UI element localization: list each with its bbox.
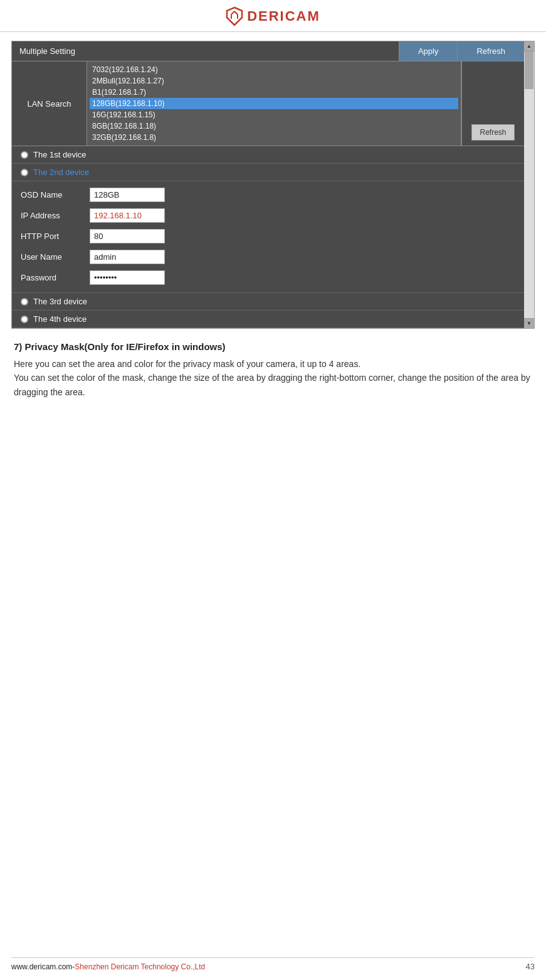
lan-search-section: LAN Search 7032(192.168.1.24) 2MBull(192… bbox=[12, 61, 524, 146]
device-row-4th[interactable]: The 4th device bbox=[12, 311, 524, 328]
panel-scrollbar: ▲ ▼ bbox=[524, 41, 534, 328]
logo-text: DERICAM bbox=[247, 8, 320, 24]
panel-header: Multiple Setting Apply Refresh bbox=[12, 41, 524, 61]
form-row-http: HTTP Port bbox=[12, 226, 524, 246]
scrollbar-track[interactable] bbox=[524, 51, 534, 318]
list-item[interactable]: 2MBull(192.168.1.27) bbox=[90, 75, 458, 87]
scrollbar-down-arrow[interactable]: ▼ bbox=[524, 318, 534, 328]
description-section: 7) Privacy Mask(Only for IE/Firefox in w… bbox=[11, 341, 535, 399]
ip-address-input[interactable] bbox=[90, 208, 165, 223]
list-item[interactable]: 16G(192.168.1.15) bbox=[90, 109, 458, 120]
description-paragraph-2: You can set the color of the mask, chang… bbox=[14, 371, 532, 399]
radio-3rd[interactable] bbox=[21, 298, 28, 306]
dericam-logo-icon bbox=[226, 6, 243, 26]
top-device-rows: The 1st device The 2nd device bbox=[12, 146, 524, 181]
device-row-1st[interactable]: The 1st device bbox=[12, 146, 524, 164]
list-item-selected[interactable]: 128GB(192.168.1.10) bbox=[90, 98, 458, 109]
list-item[interactable]: 7032(192.168.1.24) bbox=[90, 64, 458, 75]
form-section: OSD Name IP Address HTTP Port User Name … bbox=[12, 181, 524, 292]
scrollbar-up-arrow[interactable]: ▲ bbox=[524, 41, 534, 51]
scrollbar-thumb[interactable] bbox=[525, 51, 533, 89]
apply-button[interactable]: Apply bbox=[399, 41, 458, 61]
list-item[interactable]: 32GB(192.168.1.8) bbox=[90, 132, 458, 143]
form-row-username: User Name bbox=[12, 247, 524, 267]
page-footer: www.dericam.com-Shenzhen Dericam Technol… bbox=[11, 957, 535, 971]
form-row-ip: IP Address bbox=[12, 206, 524, 225]
radio-2nd[interactable] bbox=[21, 169, 28, 176]
refresh-side-button[interactable]: Refresh bbox=[471, 124, 514, 141]
ip-address-label: IP Address bbox=[21, 211, 90, 220]
password-input[interactable] bbox=[90, 270, 165, 285]
form-row-password: Password bbox=[12, 268, 524, 287]
footer-company: Shenzhen Dericam Technology Co.,Ltd bbox=[75, 962, 205, 971]
device-list: 7032(192.168.1.24) 2MBull(192.168.1.27) … bbox=[90, 64, 458, 143]
device-row-3rd-label: The 3rd device bbox=[33, 297, 87, 306]
user-name-input[interactable] bbox=[90, 250, 165, 264]
bottom-device-rows: The 3rd device The 4th device bbox=[12, 292, 524, 328]
device-row-3rd[interactable]: The 3rd device bbox=[12, 293, 524, 311]
footer-left: www.dericam.com-Shenzhen Dericam Technol… bbox=[11, 962, 205, 971]
svg-line-2 bbox=[234, 11, 238, 14]
multiple-setting-panel: Multiple Setting Apply Refresh LAN Searc… bbox=[11, 41, 535, 329]
device-row-4th-label: The 4th device bbox=[33, 314, 87, 324]
radio-1st[interactable] bbox=[21, 151, 28, 159]
main-content: Multiple Setting Apply Refresh LAN Searc… bbox=[0, 32, 546, 412]
device-list-container[interactable]: 7032(192.168.1.24) 2MBull(192.168.1.27) … bbox=[87, 61, 461, 146]
list-item[interactable]: B1(192.168.1.7) bbox=[90, 87, 458, 98]
http-port-label: HTTP Port bbox=[21, 232, 90, 241]
description-paragraph-1: Here you can set the area and color for … bbox=[14, 357, 532, 371]
password-label: Password bbox=[21, 273, 90, 282]
footer-page-number: 43 bbox=[526, 962, 535, 971]
form-row-osd: OSD Name bbox=[12, 185, 524, 205]
user-name-label: User Name bbox=[21, 252, 90, 262]
osd-name-label: OSD Name bbox=[21, 190, 90, 200]
svg-line-1 bbox=[231, 11, 234, 14]
device-row-1st-label: The 1st device bbox=[33, 150, 87, 159]
lan-search-label: LAN Search bbox=[12, 61, 87, 146]
list-item[interactable]: 8GB(192.168.1.18) bbox=[90, 120, 458, 132]
refresh-header-button[interactable]: Refresh bbox=[457, 41, 524, 61]
panel-title: Multiple Setting bbox=[12, 41, 399, 61]
refresh-side-section: Refresh bbox=[461, 61, 524, 146]
description-title: 7) Privacy Mask(Only for IE/Firefox in w… bbox=[14, 341, 532, 352]
radio-4th[interactable] bbox=[21, 316, 28, 323]
device-row-2nd[interactable]: The 2nd device bbox=[12, 164, 524, 181]
device-row-2nd-label: The 2nd device bbox=[33, 168, 89, 177]
footer-website: www.dericam.com bbox=[11, 962, 72, 971]
panel-inner: Multiple Setting Apply Refresh LAN Searc… bbox=[12, 41, 524, 328]
logo: DERICAM bbox=[226, 6, 320, 26]
http-port-input[interactable] bbox=[90, 229, 165, 243]
svg-marker-0 bbox=[227, 8, 242, 25]
osd-name-input[interactable] bbox=[90, 188, 165, 202]
page-header: DERICAM bbox=[0, 0, 546, 32]
